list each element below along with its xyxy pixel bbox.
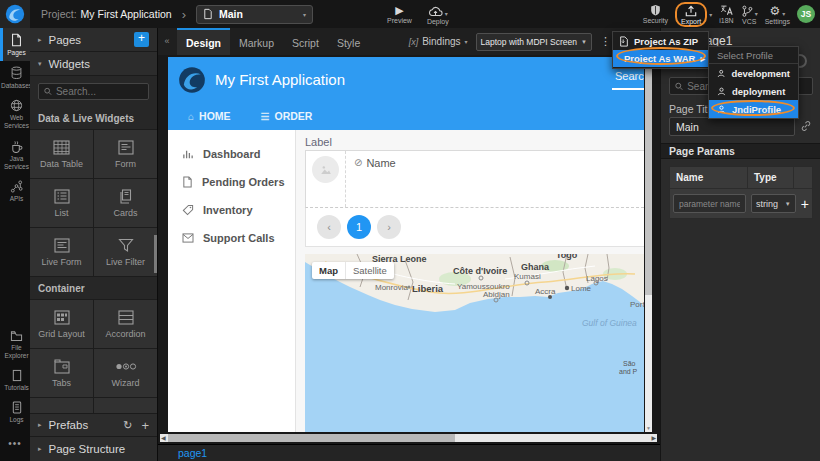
menu-item-project-as-zip[interactable]: Project As ZIP [613,33,708,50]
page-structure-section-header[interactable]: ▸ Page Structure [30,437,157,461]
chevron-down-icon: ▾ [445,10,448,17]
pages-icon [10,33,23,47]
widget-tile-wizard[interactable]: Wizard [94,349,157,397]
scroll-right-icon[interactable]: ▶ [651,434,656,442]
menu-item-development[interactable]: development [709,64,798,82]
svg-text:Ghana: Ghana [521,262,550,272]
rail-more-button[interactable]: ••• [0,428,30,461]
collapse-panel-button[interactable]: « [160,34,174,50]
preview-button[interactable]: ▶ Preview [387,4,412,24]
play-icon: ▶ [395,4,403,16]
rail-item-file-explorer[interactable]: File Explorer [0,325,30,364]
param-type-select[interactable]: string ▼ [751,194,796,213]
widget-tile-live-form[interactable]: Live Form [30,228,93,276]
svg-text:Accra: Accra [535,287,556,296]
widget-tile-list[interactable]: List [30,179,93,227]
caret-down-icon: ▼ [785,201,791,207]
rail-item-logs[interactable]: Logs [0,396,30,428]
svg-text:Abidjan: Abidjan [483,290,510,299]
menu-item-project-as-war[interactable]: Project As WAR ▶ [613,50,708,67]
rail-item-databases[interactable]: Databases [0,61,30,94]
bind-property-icon[interactable] [800,120,812,132]
more-options-icon[interactable]: ⋮ [600,35,611,48]
app-search-link[interactable]: Search [615,70,644,82]
param-name-input[interactable] [673,194,746,213]
device-selector[interactable]: Laptop with MDPI Screen ▼ [476,33,592,51]
widget-tile-tabs[interactable]: Tabs [30,349,93,397]
page-tab[interactable]: page1 [178,447,207,459]
scroll-left-icon[interactable]: ◀ [161,434,166,442]
scroll-down-icon[interactable]: ▼ [645,425,652,431]
export-button[interactable]: Export [681,5,701,25]
widget-tile-partial[interactable] [30,398,93,413]
i18n-button[interactable]: i18N [719,4,733,24]
menu-item-jndiprofile[interactable]: JndiProfile [709,100,798,118]
rail-item-apis[interactable]: APIs [0,175,30,207]
tab-style[interactable]: Style [328,28,369,55]
branch-icon [741,5,753,17]
search-underline [612,88,644,90]
vertical-scroll-thumb[interactable] [645,65,652,295]
list-widget[interactable]: ⊘ Name [305,150,644,208]
prev-page-button[interactable]: ‹ [317,215,341,239]
prefabs-section-header[interactable]: ▸ Prefabs ↻ + [30,413,157,437]
menu-item-dashboard[interactable]: Dashboard [168,140,295,168]
nav-item-order[interactable]: ☰ ORDER [261,110,313,122]
user-avatar[interactable]: JS [797,5,815,23]
rail-item-java-services[interactable]: Java Services [0,135,30,175]
bindings-button[interactable]: [x] Bindings ▾ [409,36,468,47]
map-widget[interactable]: Map Satellite [305,254,644,432]
widget-group-title: Data & Live Widgets [30,107,157,129]
map-button[interactable]: Map [312,262,346,279]
menu-item-deployment[interactable]: deployment [709,82,798,100]
page-title-input[interactable] [669,117,795,136]
chevron-down-icon: ▾ [303,11,306,18]
widget-tile-accordion[interactable]: Accordion [94,300,157,348]
page-number-button[interactable]: 1 [347,215,371,239]
page-params-header[interactable]: Page Params [661,143,820,159]
page-params-table: Name Type string ▼ + [669,166,813,219]
deploy-button[interactable]: ▾ Deploy [427,4,449,25]
widget-tile-live-filter[interactable]: Live Filter [94,228,157,276]
item-name-label: Name [366,157,395,169]
item-avatar-placeholder [312,156,339,183]
widget-tile-grid-layout[interactable]: Grid Layout [30,300,93,348]
widget-tile-form[interactable]: Form [94,130,157,178]
menu-item-inventory[interactable]: Inventory [168,196,295,224]
nav-item-home[interactable]: ⌂ HOME [188,110,231,122]
menu-item-support-calls[interactable]: Support Calls [168,224,295,252]
widgets-section-header[interactable]: ▾ Widgets [30,52,157,76]
security-button[interactable]: Security [643,4,668,24]
widget-tile-partial[interactable] [94,398,157,413]
add-prefab-button[interactable]: + [141,418,149,433]
page-selector-dropdown[interactable]: Main ▾ [196,5,313,24]
tab-design[interactable]: Design [177,28,230,55]
submenu-arrow-icon: ▶ [700,55,705,62]
next-page-button[interactable]: › [377,215,401,239]
refresh-icon[interactable]: ↻ [123,419,132,432]
pages-section-header[interactable]: ▸ Pages + [30,28,157,52]
horizontal-scroll-thumb[interactable] [168,434,455,442]
add-page-button[interactable]: + [134,32,149,47]
vertical-scrollbar[interactable]: ▲ ▼ [645,57,652,432]
menu-item-pending-orders[interactable]: Pending Orders [168,168,295,196]
widget-tile-cards[interactable]: Cards [94,179,157,227]
rail-item-web-services[interactable]: Web Services [0,94,30,134]
satellite-button[interactable]: Satellite [346,262,394,279]
tab-markup[interactable]: Markup [230,28,283,55]
widget-tile-data-table[interactable]: Data Table [30,130,93,178]
vcs-button[interactable]: ▾ VCS [741,4,758,25]
rail-item-pages[interactable]: Pages [0,28,30,61]
rail-item-tutorials[interactable]: Tutorials [0,364,30,396]
accordion-icon [118,310,134,325]
horizontal-scrollbar[interactable]: ◀ ▶ [160,434,657,442]
panel-scrollbar[interactable] [154,235,157,273]
widget-search[interactable] [38,83,149,100]
add-param-button[interactable]: + [801,196,809,212]
tab-script[interactable]: Script [283,28,328,55]
settings-button[interactable]: ⚙ ▾ Settings [765,4,790,25]
widget-search-input[interactable] [56,86,143,97]
wavemaker-logo[interactable] [0,0,30,28]
wizard-icon [115,359,137,374]
column-header-name: Name [670,167,748,188]
